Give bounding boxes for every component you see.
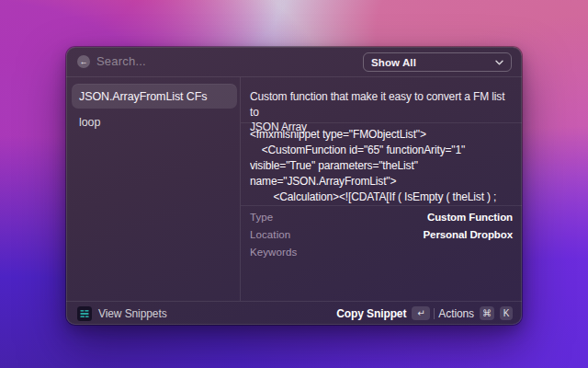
copy-snippet-button[interactable]: Copy Snippet ↵ — [336, 306, 430, 320]
launcher-window: ← Search... Show All JSON.ArrayFromList … — [66, 47, 522, 325]
description-divider — [241, 122, 522, 123]
metadata-panel: Type Custom Function Location Personal D… — [250, 208, 513, 260]
metadata-value: Custom Function — [427, 212, 513, 223]
code-line: <Calculation><![CDATA[If ( IsEmpty ( the… — [250, 190, 518, 205]
sidebar-item-json-arrayfromlist[interactable]: JSON.ArrayFromList CFs — [72, 84, 237, 109]
description-line: Custom function that make it easy to con… — [250, 89, 514, 120]
actions-button[interactable]: Actions ⌘ K — [438, 306, 513, 320]
filter-dropdown-value: Show All — [371, 57, 416, 68]
back-button[interactable]: ← — [77, 55, 90, 68]
command-name: View Snippets — [98, 307, 167, 320]
metadata-value: Personal Dropbox — [424, 229, 513, 240]
metadata-label: Location — [250, 229, 290, 240]
action-bar: View Snippets Copy Snippet ↵ Actions ⌘ K — [66, 301, 522, 325]
metadata-row-type: Type Custom Function — [250, 208, 513, 225]
code-line: <fmxmlsnippet type="FMObjectList"> — [250, 127, 518, 143]
filter-dropdown[interactable]: Show All — [363, 52, 512, 72]
snippets-app-icon — [77, 306, 92, 321]
snippet-code-block: <fmxmlsnippet type="FMObjectList"> <Cust… — [250, 127, 518, 205]
metadata-label: Type — [250, 212, 273, 223]
metadata-row-keywords: Keywords — [250, 243, 513, 260]
list-detail-divider — [240, 77, 241, 301]
footer-separator — [434, 308, 435, 319]
code-divider — [241, 205, 522, 206]
header-divider — [66, 76, 522, 77]
actions-label: Actions — [438, 307, 474, 320]
metadata-label: Keywords — [250, 247, 297, 258]
metadata-row-location: Location Personal Dropbox — [250, 225, 513, 243]
search-input[interactable]: Search... — [96, 54, 354, 70]
code-line: visible="True" parameters="theList" — [250, 158, 518, 174]
back-arrow-icon: ← — [80, 58, 88, 66]
sidebar-item-loop[interactable]: loop — [72, 109, 237, 134]
code-line: name="JSON.ArrayFromList"> — [250, 174, 518, 190]
chevron-down-icon — [495, 60, 503, 65]
k-key-icon: K — [500, 306, 513, 320]
copy-snippet-label: Copy Snippet — [336, 307, 406, 320]
command-key-icon: ⌘ — [480, 306, 494, 320]
return-key-icon: ↵ — [412, 306, 430, 320]
code-line: <CustomFunction id="65" functionArity="1… — [250, 143, 518, 158]
